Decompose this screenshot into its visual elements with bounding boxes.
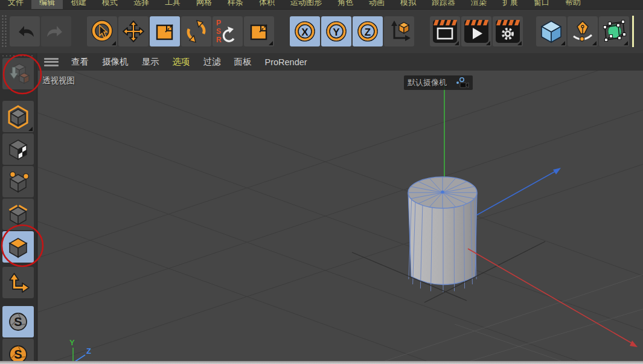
main-menubar: 文件 编辑 创建 模式 选择 工具 网格 样条 体积 运动图形 角色 动画 模拟… (0, 0, 643, 9)
vp-menu-prorender[interactable]: ProRender (258, 57, 314, 67)
undo-button[interactable] (10, 16, 40, 46)
palette-dock-separator (632, 16, 634, 47)
lock-x-axis-button[interactable]: X (290, 16, 320, 46)
snap-toggle-button[interactable]: S (2, 339, 34, 364)
menu-render[interactable]: 渲染 (463, 0, 494, 9)
make-editable-button[interactable] (2, 58, 34, 89)
menu-extensions[interactable]: 扩展 (494, 0, 526, 9)
enable-axis-button[interactable] (2, 267, 34, 298)
svg-text:X: X (301, 27, 309, 38)
texture-mode-button[interactable] (2, 133, 34, 165)
subdivision-surface-button[interactable] (599, 16, 629, 46)
axis-z-label: Z (86, 346, 91, 356)
x-axis-line (468, 249, 638, 347)
svg-text:S: S (14, 315, 22, 328)
mode-palette: S S (0, 53, 37, 364)
menu-file[interactable]: 文件 (0, 0, 31, 9)
menu-edit[interactable]: 编辑 (31, 0, 63, 9)
lock-y-axis-button[interactable]: Y (321, 16, 351, 46)
object-origin-point (441, 190, 444, 193)
vp-menu-display[interactable]: 显示 (135, 56, 166, 68)
cube-primitive-button[interactable] (536, 16, 566, 46)
menu-tools[interactable]: 工具 (157, 0, 188, 9)
menu-window[interactable]: 窗口 (526, 0, 557, 9)
polygons-mode-button[interactable] (2, 231, 34, 263)
axis-y-label: Y (69, 338, 75, 347)
vp-menu-options[interactable]: 选项 (166, 56, 197, 68)
viewport-scene: Y Z (38, 71, 643, 364)
viewport-menubar: 查看 摄像机 显示 选项 过滤 面板 ProRender (38, 53, 643, 71)
move-button[interactable] (118, 16, 149, 46)
z-axis-line (477, 168, 561, 215)
vp-menu-panel[interactable]: 面板 (228, 56, 258, 68)
camera-label[interactable]: 默认摄像机 (404, 75, 473, 90)
spline-pen-button[interactable] (568, 16, 598, 46)
vp-menu-filter[interactable]: 过滤 (197, 56, 228, 68)
snap-settings-button[interactable]: S (2, 306, 34, 337)
toolbar-drag-handle[interactable] (1, 14, 7, 48)
axis-indicator: Y Z (69, 338, 91, 363)
edges-mode-button[interactable] (2, 199, 34, 230)
psr-reset-icon: P S R (216, 19, 222, 44)
window-bottom-edge (0, 361, 643, 364)
coordinate-system-button[interactable] (384, 16, 414, 46)
rotate-button[interactable] (181, 16, 211, 46)
svg-text:Y: Y (333, 27, 340, 38)
menu-mograph[interactable]: 运动图形 (283, 0, 330, 9)
menu-select[interactable]: 选择 (126, 0, 157, 9)
view-label: 透视视图 (42, 75, 75, 86)
menu-mesh[interactable]: 网格 (188, 0, 220, 9)
vp-menu-view[interactable]: 查看 (65, 56, 95, 68)
menu-animate[interactable]: 动画 (361, 0, 392, 9)
render-picture-viewer-button[interactable] (461, 16, 491, 46)
menu-help[interactable]: 帮助 (557, 0, 589, 9)
grid-lines (38, 71, 643, 364)
model-mode-button[interactable] (2, 101, 34, 132)
main-toolbar: P S R X Y (0, 9, 643, 53)
redo-button[interactable] (41, 16, 71, 46)
camera-icon (450, 76, 469, 89)
menu-character[interactable]: 角色 (330, 0, 361, 9)
vp-menu-cameras[interactable]: 摄像机 (95, 56, 135, 68)
scale-button[interactable] (150, 16, 180, 46)
svg-text:S: S (14, 348, 22, 361)
menu-spline[interactable]: 样条 (220, 0, 251, 9)
menu-volume[interactable]: 体积 (251, 0, 283, 9)
menu-tracker[interactable]: 跟踪器 (424, 0, 463, 9)
menu-create[interactable]: 创建 (63, 0, 94, 9)
menu-simulate[interactable]: 模拟 (392, 0, 424, 9)
viewport-canvas[interactable]: Y Z 透视视图 默认摄像机 (38, 71, 643, 364)
cylinder-object[interactable] (408, 177, 477, 292)
render-view-button[interactable] (430, 16, 460, 46)
viewport-menu-icon[interactable] (44, 58, 59, 66)
points-mode-button[interactable] (2, 166, 34, 197)
svg-text:Z: Z (365, 27, 371, 38)
scale-variant-button[interactable] (244, 16, 274, 46)
render-settings-button[interactable] (493, 16, 523, 46)
psr-reset-button[interactable]: P S R (213, 16, 243, 46)
lock-z-axis-button[interactable]: Z (353, 16, 383, 46)
grid-lines-near (376, 275, 643, 364)
live-selection-button[interactable] (87, 16, 117, 46)
menu-mode[interactable]: 模式 (94, 0, 126, 9)
